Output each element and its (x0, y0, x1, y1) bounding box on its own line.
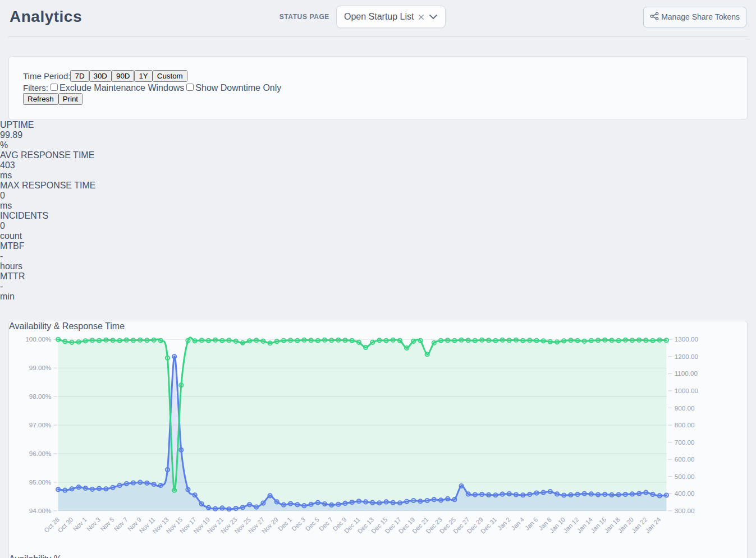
time-period-row: Time Period: 7D30D90D1YCustom (23, 70, 733, 82)
svg-text:94.00%: 94.00% (29, 507, 52, 514)
chevron-down-icon[interactable] (429, 14, 438, 20)
svg-text:Jan 6: Jan 6 (524, 516, 539, 532)
print-button[interactable]: Print (58, 93, 83, 105)
time-period-button-90d[interactable]: 90D (112, 70, 134, 82)
svg-text:Jan 4: Jan 4 (510, 516, 525, 532)
stat-card-max-response-time: MAX RESPONSE TIME0ms (0, 181, 756, 211)
stat-label: UPTIME (0, 120, 756, 130)
stat-unit: % (0, 140, 756, 150)
chart-panel: Availability & Response Time 100.00%99.0… (8, 321, 748, 558)
filter-checkbox-item: Show Downtime Only (184, 83, 281, 93)
stat-value: 0 (0, 221, 756, 231)
stat-value: - (0, 282, 756, 292)
checkbox-show-downtime-only[interactable] (186, 84, 194, 91)
svg-text:Jan 24: Jan 24 (644, 516, 662, 534)
svg-text:Nov 7: Nov 7 (113, 516, 129, 532)
stat-value: 0 (0, 191, 756, 201)
filter-checkbox-group: Exclude Maintenance WindowsShow Downtime… (48, 82, 281, 93)
time-period-button-group: 7D30D90D1YCustom (70, 70, 187, 82)
clear-icon[interactable] (418, 13, 425, 21)
stat-card-avg-response-time: AVG RESPONSE TIME403ms (0, 150, 756, 181)
stat-label: MAX RESPONSE TIME (0, 181, 756, 191)
svg-text:300.00: 300.00 (675, 507, 695, 514)
svg-text:Dec 3: Dec 3 (290, 516, 306, 532)
svg-text:900.00: 900.00 (675, 404, 695, 412)
stat-card-incidents: INCIDENTS0count (0, 211, 756, 241)
stat-card-uptime: UPTIME99.89% (0, 120, 756, 150)
svg-text:Oct 30: Oct 30 (57, 516, 75, 534)
stat-label: AVG RESPONSE TIME (0, 150, 756, 160)
svg-text:1200.00: 1200.00 (675, 353, 699, 360)
stat-value: - (0, 251, 756, 261)
stat-unit: ms (0, 201, 756, 211)
manage-share-tokens-label: Manage Share Tokens (661, 12, 740, 21)
svg-text:100.00%: 100.00% (25, 335, 51, 343)
status-page-label: STATUS PAGE (280, 13, 329, 21)
svg-text:Dec 1: Dec 1 (277, 516, 293, 532)
stat-card-mttr: MTTR-min (0, 271, 756, 302)
refresh-button[interactable]: Refresh (23, 93, 58, 105)
svg-text:96.00%: 96.00% (29, 450, 52, 457)
filter-panel: Time Period: 7D30D90D1YCustom Filters: E… (8, 56, 748, 120)
status-page-selected-value: Open Startup List (344, 12, 414, 22)
chart-canvas: 100.00%99.00%98.00%97.00%96.00%95.00%94.… (9, 331, 747, 552)
status-page-selector: STATUS PAGE Open Startup List (82, 6, 643, 28)
time-period-button-custom[interactable]: Custom (153, 70, 187, 82)
time-period-button-30d[interactable]: 30D (89, 70, 112, 82)
availability-response-chart: 100.00%99.00%98.00%97.00%96.00%95.00%94.… (9, 331, 747, 554)
actions-row: Refresh Print (23, 93, 733, 105)
stat-unit: count (0, 231, 756, 241)
manage-share-tokens-button[interactable]: Manage Share Tokens (643, 7, 746, 27)
stat-label: INCIDENTS (0, 211, 756, 221)
svg-text:800.00: 800.00 (675, 421, 695, 428)
svg-text:700.00: 700.00 (675, 439, 695, 446)
stat-value: 403 (0, 160, 756, 170)
legend-label: Availability % (9, 554, 62, 558)
svg-text:1300.00: 1300.00 (675, 335, 699, 343)
svg-text:1000.00: 1000.00 (675, 387, 699, 394)
svg-text:Dec 5: Dec 5 (304, 516, 320, 532)
header: Analytics STATUS PAGE Open Startup List … (8, 0, 748, 37)
svg-text:600.00: 600.00 (675, 455, 695, 463)
share-icon (650, 12, 659, 22)
status-page-select[interactable]: Open Startup List (336, 6, 446, 28)
page-title: Analytics (10, 8, 82, 26)
chart-legend: Availability %Avg Response Time (ms) (9, 554, 747, 558)
filters-label: Filters: (23, 83, 48, 93)
checkbox-label: Show Downtime Only (195, 83, 281, 93)
svg-text:99.00%: 99.00% (29, 364, 52, 371)
svg-text:98.00%: 98.00% (29, 393, 52, 400)
legend-item[interactable]: Availability % (9, 554, 747, 558)
filters-row: Filters: Exclude Maintenance WindowsShow… (23, 82, 733, 93)
svg-text:Jan 2: Jan 2 (496, 516, 512, 532)
stat-card-mtbf: MTBF-hours (0, 241, 756, 271)
stats-row: UPTIME99.89%AVG RESPONSE TIME403msMAX RE… (0, 120, 756, 302)
checkbox-exclude-maintenance-windows[interactable] (51, 84, 58, 91)
svg-text:400.00: 400.00 (675, 490, 695, 497)
stat-label: MTTR (0, 271, 756, 282)
svg-text:Nov 3: Nov 3 (85, 516, 102, 532)
svg-text:Nov 5: Nov 5 (99, 516, 115, 532)
svg-text:97.00%: 97.00% (29, 421, 52, 428)
time-period-label: Time Period: (23, 71, 70, 81)
checkbox-label: Exclude Maintenance Windows (59, 83, 184, 93)
svg-text:1100.00: 1100.00 (675, 370, 698, 377)
svg-text:500.00: 500.00 (675, 473, 695, 480)
time-period-button-1y[interactable]: 1Y (134, 70, 152, 82)
stat-unit: hours (0, 261, 756, 271)
svg-text:Nov 1: Nov 1 (72, 516, 88, 532)
svg-text:95.00%: 95.00% (29, 478, 52, 486)
stat-unit: min (0, 292, 756, 302)
chart-title: Availability & Response Time (9, 321, 747, 331)
stat-label: MTBF (0, 241, 756, 251)
svg-text:Dec 7: Dec 7 (318, 516, 334, 532)
time-period-button-7d[interactable]: 7D (70, 70, 89, 82)
stat-value: 99.89 (0, 130, 756, 140)
filter-checkbox-item: Exclude Maintenance Windows (48, 83, 184, 93)
stat-unit: ms (0, 170, 756, 181)
